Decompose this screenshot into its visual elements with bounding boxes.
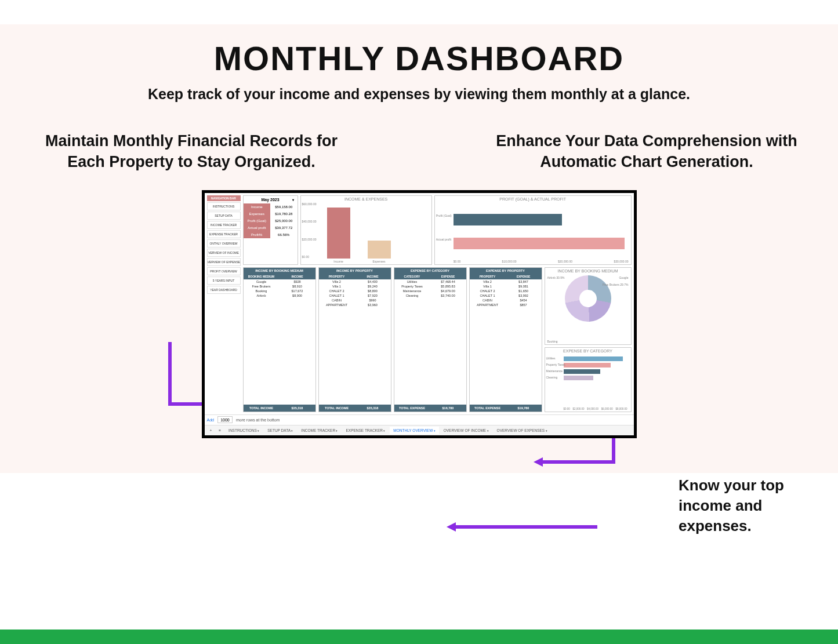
footer-value: $19,780 (506, 405, 542, 412)
table-row: Villa 1$9,240 (319, 284, 391, 289)
table-title: INCOME BY BOOKING MEDIUM (244, 268, 315, 274)
summary-label: Actual profit (244, 224, 271, 231)
summary-value: $19,780.28 (270, 210, 298, 217)
hbar: Property Taxes (564, 363, 627, 368)
income-expenses-chart: INCOME & EXPENSES $60,000.00 $40,000.00 … (300, 195, 432, 265)
chart-title: INCOME BY BOOKING MEDIUM (545, 268, 631, 274)
nav-item[interactable]: EXPENSE TRACKER (207, 230, 241, 238)
sheet-tab-active[interactable]: MONTHLY OVERVIEW (390, 427, 438, 434)
axis-tick: $0.00 (454, 260, 461, 263)
table-row: Maintenance$4,679.00 (394, 289, 466, 293)
axis-tick: $20,000.00 (558, 260, 572, 263)
footer-value: $35,318 (355, 405, 391, 412)
col-header: BOOKING MEDIUM (244, 274, 280, 279)
axis-tick: $4,000.00 (587, 407, 598, 410)
expense-category-chart: EXPENSE BY CATEGORY Utilities Property T… (545, 347, 632, 412)
arrow-connector (452, 525, 597, 529)
sheet-tabs: + ≡ INSTRUCTIONS SETUP DATA INCOME TRACK… (205, 425, 634, 435)
bar-expenses: Expenses (368, 241, 391, 259)
donut-chart: INCOME BY BOOKING MEDIUM Airbnb 30.9% Go… (545, 267, 632, 345)
footer-value: $16,780 (430, 405, 466, 412)
profit-chart: PROFIT (GOAL) & ACTUAL PROFIT Profit (Go… (434, 195, 632, 265)
nav-header: NAVIGATION BAR (207, 195, 241, 201)
footer-label: TOTAL INCOME (319, 405, 355, 412)
axis-tick: $0.00 (302, 255, 317, 259)
hbar-label: Actual profit (436, 238, 451, 241)
nav-item[interactable]: 5 YEARS INPUT (207, 276, 241, 285)
col-header: PROPERTY (470, 274, 506, 279)
navigation-bar: NAVIGATION BAR INSTRUCTIONS SETUP DATA I… (207, 195, 241, 412)
table-row: Villa 1$9,081 (470, 284, 542, 289)
add-sheet-icon[interactable]: + (207, 427, 215, 434)
page-title: MONTHLY DASHBOARD (0, 39, 838, 78)
bar-label: Income (321, 260, 356, 263)
footer-label: TOTAL EXPENSE (394, 405, 430, 412)
nav-item[interactable]: VERVIEW OF EXPENSE (207, 258, 241, 266)
nav-item[interactable]: YEAR DASHBOARD (207, 286, 241, 294)
axis-tick: $10,000.00 (502, 260, 517, 263)
bar-label: Expenses (362, 260, 397, 263)
nav-item[interactable]: VERVIEW OF INCOME (207, 249, 241, 257)
table-row: APPARTMENT$857 (470, 303, 542, 307)
axis-tick: $20,000.00 (302, 238, 317, 241)
summary-label: Profit% (244, 231, 271, 238)
income-by-property-table: INCOME BY PROPERTY PROPERTYINCOME Villa … (318, 267, 391, 412)
page-subtitle: Keep track of your income and expenses b… (0, 86, 838, 103)
sheet-tab[interactable]: INSTRUCTIONS (225, 427, 263, 434)
table-title: INCOME BY PROPERTY (319, 268, 391, 274)
expense-by-category-table: EXPENSE BY CATEGORY CATEGORYEXPENSE Util… (394, 267, 467, 412)
month-selector[interactable]: May 2023 (244, 196, 298, 203)
sheet-tab[interactable]: OVERVIEW OF EXPENSES (494, 427, 551, 434)
green-footer-bar (0, 630, 838, 644)
hbar-label: Profit (Goal) (436, 214, 452, 217)
col-header: PROPERTY (319, 274, 355, 279)
axis-tick: $30,000.00 (614, 260, 628, 263)
hbar: Utilities (564, 356, 627, 361)
sheet-tab[interactable]: SETUP DATA (264, 427, 296, 434)
hbar-label: Property Taxes (546, 363, 565, 366)
callout-right: Enhance Your Data Comprehension with Aut… (490, 130, 803, 173)
axis-tick: $6,000.00 (601, 407, 613, 410)
hbar-label: Maintenance (546, 369, 563, 373)
table-row: Booking$17,672 (244, 289, 315, 293)
all-sheets-icon[interactable]: ≡ (216, 427, 224, 434)
arrow-connector (168, 342, 172, 406)
table-row: Villa 2$3,847 (470, 279, 542, 284)
expense-by-property-table: EXPENSE BY PROPERTY PROPERTYEXPENSE Vill… (469, 267, 542, 412)
sheet-tab[interactable]: INCOME TRACKER (298, 427, 341, 434)
donut-label: Google (619, 276, 628, 279)
add-button[interactable]: Add (207, 418, 214, 422)
callout-left: Maintain Monthly Financial Records for E… (35, 130, 348, 173)
table-title: EXPENSE BY PROPERTY (470, 268, 542, 274)
month-summary-card: May 2023 Income$59,158.00 Expenses$19,78… (243, 195, 298, 265)
table-title: EXPENSE BY CATEGORY (394, 268, 466, 274)
nav-item[interactable]: INCOME TRACKER (207, 221, 241, 229)
donut-graphic (565, 275, 611, 322)
donut-label: Free Brokers 29.7% (603, 283, 628, 286)
table-row: CHALET 2$1,650 (470, 289, 542, 293)
footer-label: TOTAL EXPENSE (470, 405, 506, 412)
nav-item[interactable]: INSTRUCTIONS (207, 202, 241, 210)
table-row: Airbnb$8,900 (244, 293, 315, 298)
axis-tick: $40,000.00 (302, 220, 317, 223)
nav-item[interactable]: PROFIT OVERVIEW (207, 267, 241, 275)
nav-item[interactable]: ONTHLY OVERVIEW (207, 239, 241, 248)
summary-value: $59,158.00 (270, 203, 298, 210)
sheet-tab[interactable]: OVERVIEW OF INCOME (440, 427, 492, 434)
rows-input[interactable] (217, 416, 233, 423)
table-row: CABIN$990 (319, 298, 391, 303)
col-header: INCOME (280, 274, 315, 279)
footer-value: $35,318 (280, 405, 315, 412)
sheet-tab[interactable]: EXPENSE TRACKER (343, 427, 389, 434)
table-row: APPARTMENT$3,960 (319, 303, 391, 307)
col-header: INCOME (355, 274, 391, 279)
spreadsheet-screenshot: NAVIGATION BAR INSTRUCTIONS SETUP DATA I… (202, 190, 637, 438)
arrow-connector (539, 460, 615, 464)
nav-item[interactable]: SETUP DATA (207, 212, 241, 220)
donut-label: Booking (547, 340, 558, 343)
chart-title: INCOME & EXPENSES (301, 196, 431, 202)
hbar-label: Cleaning (546, 376, 558, 379)
summary-label: Income (244, 203, 271, 210)
table-row: Google$928 (244, 279, 315, 284)
rows-label: more rows at the bottom (236, 418, 280, 422)
